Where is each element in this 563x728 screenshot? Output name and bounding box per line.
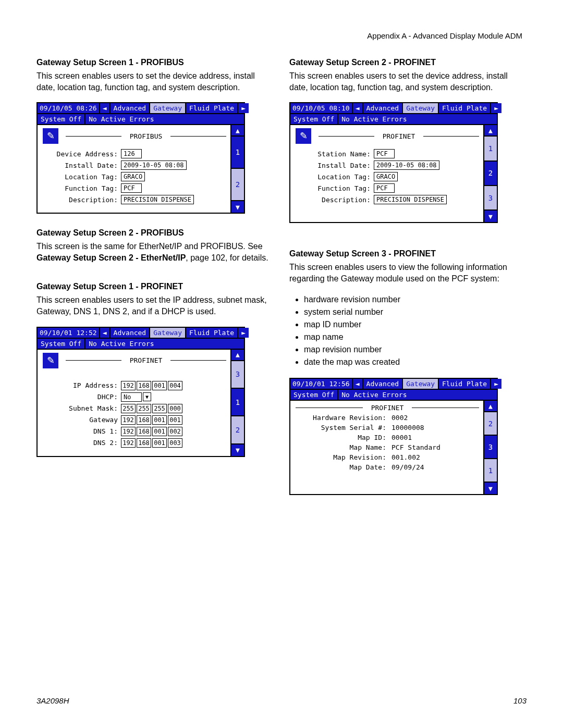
tab-fluid-plate[interactable]: Fluid Plate xyxy=(439,103,491,113)
nav-right-icon[interactable]: ► xyxy=(238,103,249,113)
tab-advanced[interactable]: Advanced xyxy=(363,379,403,389)
field-label: Function Tag: xyxy=(43,184,121,192)
ip-seg[interactable]: 192 xyxy=(121,415,136,425)
scroll-up-icon[interactable]: ▲ xyxy=(231,125,244,137)
adm-profinet-2: 09/10/05 08:10 ◄ Advanced Gateway Fluid … xyxy=(289,102,498,223)
nav-right-icon[interactable]: ► xyxy=(491,103,501,113)
page-indicator[interactable]: 1 xyxy=(231,389,244,416)
ip-seg[interactable]: 192 xyxy=(121,438,136,448)
chevron-down-icon[interactable]: ▼ xyxy=(143,392,151,401)
section-title: Gateway Setup Screen 2 - PROFINET xyxy=(289,58,527,67)
ip-seg[interactable]: 001 xyxy=(152,427,167,436)
system-status: System Off xyxy=(38,339,85,349)
ip-seg[interactable]: 001 xyxy=(152,415,167,425)
edit-icon[interactable] xyxy=(296,128,311,144)
edit-icon[interactable] xyxy=(43,128,58,144)
page-indicator[interactable]: 3 xyxy=(231,361,244,389)
scroll-down-icon[interactable]: ▼ xyxy=(231,445,244,456)
ip-seg[interactable]: 000 xyxy=(168,404,182,413)
location-tag-input[interactable]: GRACO xyxy=(374,172,398,181)
ip-seg[interactable]: 003 xyxy=(168,438,182,448)
system-status: System Off xyxy=(290,114,338,124)
right-column: Gateway Setup Screen 2 - PROFINET This s… xyxy=(289,58,527,510)
tab-advanced[interactable]: Advanced xyxy=(363,103,403,113)
page-indicator[interactable]: 2 xyxy=(231,416,244,444)
section-body: This screen is the same for EtherNet/IP … xyxy=(36,241,274,263)
scroll-up-icon[interactable]: ▲ xyxy=(484,125,497,137)
nav-left-icon[interactable]: ◄ xyxy=(353,103,363,113)
tab-gateway[interactable]: Gateway xyxy=(150,103,186,113)
section-title: Gateway Setup Screen 3 - PROFINET xyxy=(289,249,527,258)
function-tag-input[interactable]: PCF xyxy=(374,183,395,193)
scroll-down-icon[interactable]: ▼ xyxy=(484,483,497,494)
tab-fluid-plate[interactable]: Fluid Plate xyxy=(439,379,491,389)
ip-seg[interactable]: 168 xyxy=(137,415,151,425)
screen-title: PROFINET xyxy=(126,356,167,364)
nav-right-icon[interactable]: ► xyxy=(238,328,249,338)
field-label: Function Tag: xyxy=(296,184,374,192)
ip-seg[interactable]: 168 xyxy=(137,381,151,390)
map-name: PCF Standard xyxy=(389,443,440,451)
tab-fluid-plate[interactable]: Fluid Plate xyxy=(186,328,238,338)
screen-title: PROFINET xyxy=(367,404,408,412)
ip-seg[interactable]: 255 xyxy=(137,404,151,413)
timestamp: 09/10/05 08:26 xyxy=(38,103,100,113)
description-input[interactable]: PRECISION DISPENSE xyxy=(374,195,447,204)
description-input[interactable]: PRECISION DISPENSE xyxy=(121,195,194,204)
field-label: Station Name: xyxy=(296,150,374,158)
tab-fluid-plate[interactable]: Fluid Plate xyxy=(186,103,238,113)
ip-seg[interactable]: 192 xyxy=(121,427,136,436)
ip-seg[interactable]: 255 xyxy=(152,404,167,413)
edit-icon[interactable] xyxy=(43,353,58,368)
tab-gateway[interactable]: Gateway xyxy=(150,328,186,338)
location-tag-input[interactable]: GRACO xyxy=(121,172,145,181)
appendix-header: Appendix A - Advanced Display Module ADM xyxy=(367,31,522,40)
device-address-input[interactable]: 126 xyxy=(121,149,142,158)
page-indicator[interactable]: 2 xyxy=(484,162,497,186)
station-name-input[interactable]: PCF xyxy=(374,149,395,158)
section-body: This screen enables users to set the IP … xyxy=(36,294,274,317)
error-status: No Active Errors xyxy=(338,390,497,400)
page-indicator[interactable]: 2 xyxy=(484,412,497,436)
nav-left-icon[interactable]: ◄ xyxy=(100,328,111,338)
scroll-down-icon[interactable]: ▼ xyxy=(231,201,244,213)
page-indicator[interactable]: 1 xyxy=(231,137,244,169)
ip-seg[interactable]: 002 xyxy=(168,427,182,436)
tab-advanced[interactable]: Advanced xyxy=(111,328,151,338)
ip-seg[interactable]: 001 xyxy=(168,415,182,425)
scroll-up-icon[interactable]: ▲ xyxy=(231,350,244,361)
install-date-input[interactable]: 2009-10-05 08:08 xyxy=(374,161,439,170)
adm-profibus-1: 09/10/05 08:26 ◄ Advanced Gateway Fluid … xyxy=(36,102,245,214)
page-indicator[interactable]: 1 xyxy=(484,459,497,483)
page-indicator[interactable]: 3 xyxy=(484,186,497,211)
scroll-down-icon[interactable]: ▼ xyxy=(484,211,497,222)
nav-left-icon[interactable]: ◄ xyxy=(353,379,363,389)
ip-seg[interactable]: 004 xyxy=(168,381,182,390)
page-indicator[interactable]: 1 xyxy=(484,137,497,161)
page-indicator[interactable]: 3 xyxy=(484,436,497,459)
nav-right-icon[interactable]: ► xyxy=(491,379,501,389)
error-status: No Active Errors xyxy=(85,114,244,124)
function-tag-input[interactable]: PCF xyxy=(121,183,142,193)
hardware-revision: 0002 xyxy=(389,414,408,422)
field-label: Subnet Mask: xyxy=(43,404,121,412)
tab-gateway[interactable]: Gateway xyxy=(403,379,439,389)
list-item: hardware revision number xyxy=(304,293,527,306)
ip-seg[interactable]: 255 xyxy=(121,404,136,413)
nav-left-icon[interactable]: ◄ xyxy=(100,103,111,113)
screen-title: PROFINET xyxy=(378,132,420,140)
ip-seg[interactable]: 168 xyxy=(137,427,151,436)
error-status: No Active Errors xyxy=(85,339,244,349)
scroll-up-icon[interactable]: ▲ xyxy=(484,401,497,412)
ip-seg[interactable]: 192 xyxy=(121,381,136,390)
page-indicator[interactable]: 2 xyxy=(231,169,244,201)
install-date-input[interactable]: 2009-10-05 08:08 xyxy=(121,161,187,170)
ip-seg[interactable]: 001 xyxy=(152,381,167,390)
dhcp-select[interactable]: No xyxy=(121,392,142,402)
tab-advanced[interactable]: Advanced xyxy=(111,103,151,113)
field-label: IP Address: xyxy=(43,381,121,389)
tab-gateway[interactable]: Gateway xyxy=(403,103,439,113)
ip-seg[interactable]: 001 xyxy=(152,438,167,448)
ip-seg[interactable]: 168 xyxy=(137,438,151,448)
field-label: DNS 2: xyxy=(43,439,121,447)
